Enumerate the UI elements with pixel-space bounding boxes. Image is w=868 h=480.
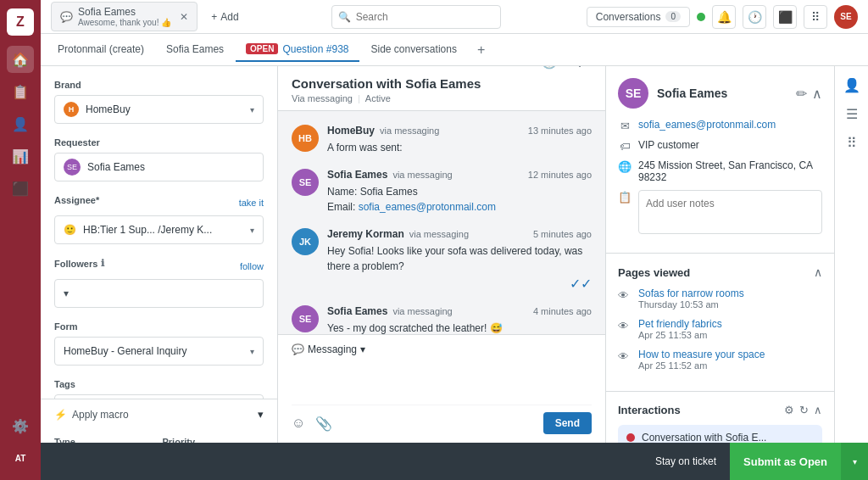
brand-icon: H — [64, 102, 79, 117]
send-button[interactable]: Send — [543, 412, 592, 434]
user-profile-icon[interactable]: 👤 — [840, 73, 864, 97]
tab-name: Sofia Eames — [78, 6, 171, 18]
tags-label: Tags — [54, 379, 264, 389]
apply-macro-button[interactable]: ⚡ Apply macro — [54, 409, 129, 421]
assignee-section: Assignee* take it 🙂 HB:Tier 1 Sup... /Je… — [54, 195, 264, 244]
nav-icon-users[interactable]: 👤 — [7, 110, 34, 137]
refresh-icon[interactable]: ↻ — [799, 404, 809, 416]
compose-toolbar: 💬 Messaging ▾ — [292, 343, 592, 355]
user-address: 245 Mission Street, San Francisco, CA 98… — [638, 159, 822, 183]
user-email-row: ✉ sofia_eames@protonmail.com — [618, 119, 822, 132]
user-email[interactable]: sofia_eames@protonmail.com — [638, 119, 776, 131]
pages-viewed-header: Pages viewed ∧ — [618, 265, 822, 279]
nav-icon-home[interactable]: 🏠 — [7, 46, 34, 73]
top-bar-actions: Conversations 0 🔔 🕐 ⬛ ⠿ SE — [587, 5, 858, 29]
search-wrap: 🔍 — [331, 5, 501, 29]
tab-subtitle: Awesome, thank you! 👍 — [78, 18, 171, 27]
interaction-text: Conversation with Sofia E... — [642, 432, 766, 443]
open-badge: OPEN — [246, 43, 278, 54]
tab-add-button[interactable]: + Add — [204, 8, 245, 26]
brand-select[interactable]: H HomeBuy ▾ — [54, 95, 264, 124]
tab-question-938[interactable]: OPEN Question #938 — [236, 38, 359, 62]
conversations-button[interactable]: Conversations 0 — [587, 7, 690, 27]
left-panel: Brand H HomeBuy ▾ Requester SE Sofia Eam… — [41, 66, 278, 443]
caret-down-icon: ▾ — [853, 457, 857, 466]
submit-caret-button[interactable]: ▾ — [841, 443, 868, 480]
user-address-row: 🌐 245 Mission Street, San Francisco, CA … — [618, 159, 822, 183]
location-icon: 🌐 — [618, 160, 632, 173]
collapse-user-button[interactable]: ∧ — [812, 86, 822, 102]
conversation-meta: Via messaging | Active — [292, 93, 481, 103]
page-info: How to measure your space Apr 25 11:52 a… — [638, 349, 822, 371]
tab-side-conversations[interactable]: Side conversations — [361, 38, 467, 62]
notifications-button[interactable]: 🔔 — [712, 5, 736, 29]
interactions-title: Interactions — [618, 404, 681, 416]
page-title[interactable]: How to measure your space — [638, 349, 822, 360]
followers-field[interactable]: ▾ — [54, 279, 264, 308]
user-avatar[interactable]: SE — [834, 5, 858, 29]
requester-field[interactable]: SE Sofia Eames — [54, 153, 264, 181]
filter-icon[interactable]: ⚙ — [784, 404, 794, 416]
message-text: Name: Sofia Eames Email: sofia_eames@pro… — [327, 184, 592, 215]
history-button[interactable]: 🕐 — [537, 66, 561, 73]
page-title[interactable]: Sofas for narrow rooms — [638, 287, 822, 299]
follow-link[interactable]: follow — [240, 261, 264, 271]
message-time: 5 minutes ago — [533, 229, 592, 239]
email-link[interactable]: sofia_eames@protonmail.com — [359, 201, 496, 213]
content-area: Brand H HomeBuy ▾ Requester SE Sofia Eam… — [41, 66, 868, 443]
tab-add-icon[interactable]: + — [469, 37, 493, 63]
compose-type-selector[interactable]: 💬 Messaging ▾ — [292, 343, 365, 355]
requester-section: Requester SE Sofia Eames — [54, 137, 264, 181]
stay-on-ticket-button[interactable]: Stay on ticket — [642, 455, 730, 467]
grid-button[interactable]: ⬛ — [773, 5, 797, 29]
pages-viewed-collapse[interactable]: ∧ — [814, 265, 822, 279]
read-receipt: ✓✓ — [327, 276, 592, 292]
search-input[interactable] — [331, 5, 501, 29]
user-card-actions: ✏ ∧ — [796, 86, 822, 102]
message-time: 12 minutes ago — [528, 170, 592, 180]
timer-button[interactable]: 🕐 — [743, 5, 766, 29]
interactions-section: Interactions ⚙ ↻ ∧ Conversation with Sof… — [606, 392, 834, 443]
followers-row: Followers ℹ follow — [54, 258, 264, 274]
grid-apps-icon[interactable]: ⠿ — [840, 131, 864, 154]
more-options-button[interactable]: ⋮ — [568, 66, 592, 73]
user-tag-row: 🏷 VIP customer — [618, 139, 822, 153]
tab-sofia-eames[interactable]: Sofia Eames — [156, 38, 234, 62]
active-tab[interactable]: 💬 Sofia Eames Awesome, thank you! 👍 ✕ — [51, 2, 198, 31]
assignee-label: Assignee* — [54, 195, 99, 205]
pages-viewed-section: Pages viewed ∧ 👁 Sofas for narrow rooms … — [606, 254, 834, 392]
nav-icon-tickets[interactable]: 📋 — [7, 78, 34, 105]
message-text: A form was sent: — [327, 140, 592, 155]
user-notes-input[interactable] — [638, 190, 822, 234]
page-title[interactable]: Pet friendly fabrics — [638, 318, 822, 330]
compose-input[interactable] — [292, 362, 592, 405]
content-tabs: Protonmail (create) Sofia Eames OPEN Que… — [41, 34, 868, 66]
collapse-interactions-button[interactable]: ∧ — [814, 404, 822, 416]
submit-button[interactable]: Submit as Open — [730, 443, 841, 480]
form-select[interactable]: HomeBuy - General Inquiry ▾ — [54, 337, 264, 366]
nav-icon-reports[interactable]: 📊 — [7, 142, 34, 170]
apps-button[interactable]: ⠿ — [804, 5, 827, 29]
take-it-link[interactable]: take it — [239, 198, 264, 208]
macro-chevron-icon[interactable]: ▾ — [258, 408, 264, 421]
tag-icon: 🏷 — [618, 140, 632, 153]
assignee-chevron-icon: ▾ — [250, 226, 254, 235]
emoji-button[interactable]: ☺ — [292, 416, 305, 432]
interaction-item[interactable]: Conversation with Sofia E... — [618, 425, 822, 443]
user-card-avatar: SE — [618, 78, 648, 109]
edit-user-button[interactable]: ✏ — [796, 86, 807, 102]
middle-panel: Conversation with Sofia Eames Via messag… — [278, 66, 605, 443]
followers-chevron-icon: ▾ — [64, 287, 69, 299]
requester-avatar: SE — [64, 159, 81, 176]
attachment-button[interactable]: 📎 — [315, 416, 332, 432]
conversation-title: Conversation with Sofia Eames — [292, 76, 481, 91]
tab-protonmail[interactable]: Protonmail (create) — [47, 38, 154, 62]
nav-icon-apps[interactable]: ⬛ — [7, 175, 34, 202]
main-area: 💬 Sofia Eames Awesome, thank you! 👍 ✕ + … — [41, 0, 868, 480]
assignee-select[interactable]: 🙂 HB:Tier 1 Sup... /Jeremy K... ▾ — [54, 215, 264, 244]
nav-icon-settings[interactable]: ⚙️ — [7, 412, 34, 439]
tab-chat-icon: 💬 — [60, 11, 73, 23]
tab-close-button[interactable]: ✕ — [180, 11, 188, 23]
app-logo: Z — [7, 8, 34, 36]
list-icon[interactable]: ☰ — [840, 102, 864, 126]
